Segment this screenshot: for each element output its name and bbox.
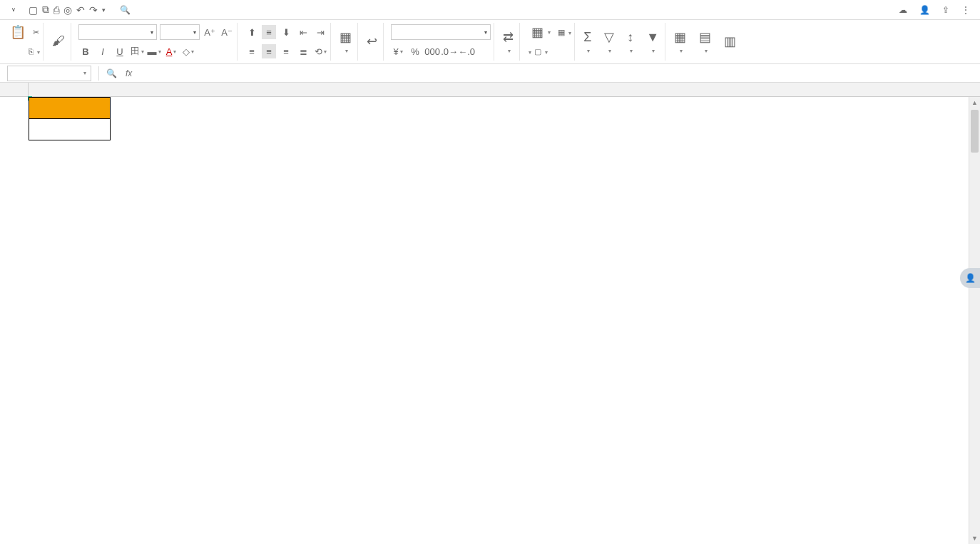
worksheet-button[interactable]: ▥: [720, 23, 740, 61]
align-left-icon[interactable]: ≡: [245, 44, 259, 58]
cut-button[interactable]: ✂: [33, 28, 39, 37]
vertical-scrollbar[interactable]: ▲ ▼: [969, 97, 980, 544]
decrease-font-icon[interactable]: A⁻: [220, 25, 234, 39]
italic-icon[interactable]: I: [96, 44, 110, 58]
styles-group: ▦ ▦ ▢: [524, 23, 575, 61]
spreadsheet-grid[interactable]: ▲ ▼ 👤: [0, 83, 980, 544]
cells-area[interactable]: [29, 97, 980, 544]
percent-icon[interactable]: %: [408, 44, 422, 58]
align-right-icon[interactable]: ≡: [279, 44, 293, 58]
align-middle-icon[interactable]: ≡: [262, 25, 276, 39]
increase-font-icon[interactable]: A⁺: [203, 25, 217, 39]
cond-format-button[interactable]: ▦: [527, 23, 555, 41]
preview-icon[interactable]: ◎: [63, 4, 72, 16]
share-button[interactable]: ⇪: [942, 5, 951, 15]
number-group: ▾ ¥ % 000 .0→ ←.0: [388, 23, 494, 61]
pw-input-value[interactable]: [29, 119, 111, 140]
bold-icon[interactable]: B: [78, 44, 93, 58]
align-top-icon[interactable]: ⬆: [245, 25, 259, 39]
condfmt-label[interactable]: [527, 47, 531, 56]
ribbon: 📋 ✂ ⎘ 🖌 ▾ ▾ A⁺ A⁻ B I U 田 ▬ A ◇ ⬆ ≡ ⬇ ⇤: [0, 20, 980, 64]
row-headers: [0, 97, 29, 544]
formula-bar: ▾ 🔍 fx: [0, 64, 980, 83]
paste-button[interactable]: 📋: [6, 23, 30, 41]
wrap-text-button[interactable]: ↩: [362, 23, 384, 61]
format-painter[interactable]: 🖌: [48, 23, 71, 61]
fill-color-icon[interactable]: ▬: [147, 44, 161, 58]
password-input-box: [29, 97, 111, 140]
filter-button[interactable]: ▽: [600, 23, 618, 61]
file-menu[interactable]: ∨: [3, 5, 23, 14]
cell-style-button[interactable]: ▢: [534, 47, 548, 56]
print-icon[interactable]: ⎙: [53, 4, 59, 16]
command-search[interactable]: 🔍: [120, 5, 133, 15]
clipboard-group: 📋 ✂ ⎘: [3, 23, 44, 61]
font-color-icon[interactable]: A: [164, 44, 178, 58]
effects-icon[interactable]: ◇: [181, 44, 195, 58]
font-size-select[interactable]: ▾: [160, 24, 200, 40]
indent-inc-icon[interactable]: ⇥: [313, 25, 327, 39]
cells-button[interactable]: ▦: [670, 23, 690, 61]
fx-icon[interactable]: fx: [121, 68, 136, 78]
scroll-thumb[interactable]: [971, 110, 979, 153]
merge-center-button[interactable]: ▦: [335, 23, 358, 61]
currency-icon[interactable]: ¥: [391, 44, 405, 58]
save-as-icon[interactable]: ⧉: [42, 4, 49, 16]
scroll-up-icon[interactable]: ▲: [969, 97, 980, 108]
font-name-select[interactable]: ▾: [78, 24, 157, 40]
indent-dec-icon[interactable]: ⇤: [296, 25, 310, 39]
comma-icon[interactable]: 000: [425, 44, 439, 58]
qat-more-icon[interactable]: ▾: [102, 6, 106, 14]
select-all-corner[interactable]: [0, 83, 29, 96]
justify-icon[interactable]: ≣: [296, 44, 310, 58]
sync-status[interactable]: ☁: [899, 5, 909, 15]
menu-bar: ∨ ▢ ⧉ ⎙ ◎ ↶ ↷ ▾ 🔍 ☁ 👤 ⇪ ⋮: [0, 0, 980, 20]
titlebar-right: ☁ 👤 ⇪ ⋮: [899, 5, 977, 15]
underline-icon[interactable]: U: [113, 44, 127, 58]
rowcol-button[interactable]: ▤: [695, 23, 715, 61]
align-bottom-icon[interactable]: ⬇: [279, 25, 293, 39]
name-box[interactable]: ▾: [7, 66, 91, 81]
dec-decimal-icon[interactable]: ←.0: [459, 44, 474, 58]
redo-icon[interactable]: ↷: [89, 4, 98, 16]
autosum-button[interactable]: Σ: [579, 23, 596, 61]
align-group: ⬆ ≡ ⬇ ⇤ ⇥ ≡ ≡ ≡ ≣ ⟲: [242, 23, 331, 61]
assistant-avatar[interactable]: 👤: [960, 268, 980, 288]
undo-icon[interactable]: ↶: [76, 4, 85, 16]
search-icon: 🔍: [120, 5, 131, 15]
more-icon[interactable]: ⋮: [961, 5, 970, 15]
number-format-select[interactable]: ▾: [391, 24, 491, 40]
fill-button[interactable]: ▼: [642, 23, 665, 61]
magnify-icon[interactable]: 🔍: [102, 68, 121, 78]
collab-button[interactable]: 👤: [919, 5, 932, 15]
type-convert-button[interactable]: ⇄: [499, 23, 520, 61]
font-group: ▾ ▾ A⁺ A⁻ B I U 田 ▬ A ◇: [76, 23, 238, 61]
column-headers: [0, 83, 980, 97]
border-icon[interactable]: 田: [130, 44, 144, 58]
orientation-icon[interactable]: ⟲: [313, 44, 327, 58]
table-style-button[interactable]: ▦: [558, 28, 571, 37]
save-icon[interactable]: ▢: [29, 4, 38, 16]
pw-input-label: [29, 98, 111, 119]
sort-button[interactable]: ↕: [623, 23, 638, 61]
copy-button[interactable]: ⎘: [29, 47, 40, 56]
inc-decimal-icon[interactable]: .0→: [442, 44, 456, 58]
scroll-down-icon[interactable]: ▼: [969, 533, 980, 544]
quick-access-toolbar: ▢ ⧉ ⎙ ◎ ↶ ↷ ▾: [23, 4, 111, 16]
align-center-icon[interactable]: ≡: [262, 44, 276, 58]
